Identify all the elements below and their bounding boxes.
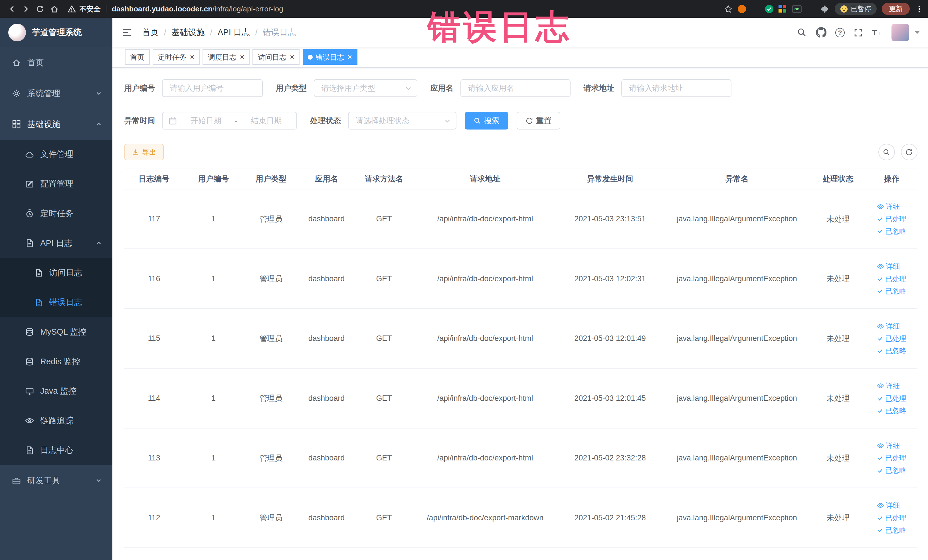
tab-access-log[interactable]: 访问日志 bbox=[252, 49, 299, 65]
processed-link[interactable]: 已处理 bbox=[877, 214, 907, 224]
user-type-select[interactable]: 请选择用户类型 bbox=[314, 79, 417, 97]
ignored-link[interactable]: 已忽略 bbox=[877, 226, 907, 236]
request-url-input[interactable] bbox=[621, 79, 731, 97]
reset-button[interactable]: 重置 bbox=[517, 112, 560, 130]
sidebar-item-infra[interactable]: 基础设施 bbox=[0, 109, 112, 140]
breadcrumb-api-log[interactable]: API 日志 bbox=[218, 27, 250, 38]
ignored-link[interactable]: 已忽略 bbox=[877, 406, 907, 415]
question-icon[interactable] bbox=[835, 28, 845, 37]
cell-log-id: 116 bbox=[124, 249, 184, 309]
sidebar-logo[interactable]: 芋道管理系统 bbox=[0, 18, 112, 47]
puzzle-extensions-icon[interactable] bbox=[821, 5, 830, 14]
chevron-down-icon bbox=[405, 85, 412, 92]
security-chip[interactable]: 不安全 bbox=[67, 4, 101, 14]
sidebar-item-label: 配置管理 bbox=[40, 178, 73, 190]
tags-bar: 首页 定时任务 调度日志 访问日志 错误日志 bbox=[112, 47, 928, 68]
sidebar-item-mysql[interactable]: MySQL 监控 bbox=[0, 317, 112, 347]
paused-pill[interactable]: 已暂停 bbox=[835, 3, 876, 15]
update-button[interactable]: 更新 bbox=[882, 3, 910, 15]
ignored-link[interactable]: 已忽略 bbox=[877, 525, 907, 535]
bookmark-star-icon[interactable] bbox=[724, 5, 733, 14]
extension-grid-icon[interactable] bbox=[778, 5, 787, 13]
breadcrumb-home[interactable]: 首页 bbox=[142, 27, 159, 38]
app-name-input[interactable] bbox=[461, 79, 571, 97]
cell-app: dashboard bbox=[299, 189, 354, 249]
table-row: 113 1 管理员 dashboard GET /api/infra/db-do… bbox=[124, 428, 917, 488]
detail-link[interactable]: 详细 bbox=[877, 500, 900, 510]
export-button[interactable]: 导出 bbox=[124, 144, 164, 160]
sidebar-item-access-log[interactable]: 访问日志 bbox=[0, 258, 112, 288]
tab-error-log[interactable]: 错误日志 bbox=[303, 49, 357, 65]
chevron-down-icon bbox=[96, 478, 102, 484]
main-panel: 首页 / 基础设施 / API 日志 / 错误日志 bbox=[112, 18, 928, 560]
search-icon[interactable] bbox=[797, 27, 807, 37]
sidebar-item-job[interactable]: 定时任务 bbox=[0, 199, 112, 229]
sidebar-item-redis[interactable]: Redis 监控 bbox=[0, 347, 112, 377]
home-icon[interactable] bbox=[47, 2, 62, 16]
sidebar-item-file[interactable]: 文件管理 bbox=[0, 140, 112, 169]
detail-link[interactable]: 详细 bbox=[877, 381, 900, 391]
avatar-caret-icon[interactable] bbox=[914, 31, 920, 34]
kebab-menu-icon[interactable] bbox=[915, 5, 923, 13]
processed-link[interactable]: 已处理 bbox=[877, 513, 907, 523]
sidebar-item-label: 日志中心 bbox=[40, 445, 73, 456]
fullscreen-icon[interactable] bbox=[853, 28, 863, 37]
font-size-icon[interactable]: TT bbox=[872, 28, 883, 37]
processed-link[interactable]: 已处理 bbox=[877, 394, 907, 403]
sidebar-item-system[interactable]: 系统管理 bbox=[0, 78, 112, 109]
ignored-link[interactable]: 已忽略 bbox=[877, 287, 907, 296]
search-toggle-icon[interactable] bbox=[878, 144, 895, 160]
back-icon[interactable] bbox=[5, 2, 19, 16]
close-icon[interactable] bbox=[190, 53, 195, 61]
check-icon bbox=[877, 216, 884, 222]
reload-icon[interactable] bbox=[33, 2, 47, 16]
eye-icon bbox=[877, 442, 884, 449]
tab-home[interactable]: 首页 bbox=[125, 49, 150, 65]
detail-link[interactable]: 详细 bbox=[877, 202, 900, 211]
forward-icon[interactable] bbox=[19, 2, 33, 16]
tab-job[interactable]: 定时任务 bbox=[153, 49, 200, 65]
extension-drop-icon[interactable] bbox=[751, 5, 760, 13]
extension-green-check-icon[interactable] bbox=[765, 5, 773, 13]
close-icon[interactable] bbox=[240, 53, 244, 61]
user-avatar[interactable] bbox=[891, 24, 909, 41]
detail-link[interactable]: 详细 bbox=[877, 322, 900, 331]
eye-icon bbox=[877, 382, 884, 389]
processed-link[interactable]: 已处理 bbox=[877, 453, 907, 463]
table-right-tools bbox=[878, 144, 917, 160]
close-icon[interactable] bbox=[348, 53, 352, 61]
extension-leaf-icon[interactable] bbox=[807, 5, 815, 13]
breadcrumb-infra[interactable]: 基础设施 bbox=[171, 27, 205, 38]
github-icon[interactable] bbox=[816, 27, 826, 38]
filter-row-2: 异常时间 开始日期 - 结束日期 处理状态 请选 bbox=[124, 112, 917, 130]
sidebar-item-config[interactable]: 配置管理 bbox=[0, 169, 112, 199]
hamburger-icon[interactable] bbox=[112, 18, 142, 47]
cell-actions: 详细 已处理 已忽略 bbox=[866, 428, 917, 488]
sidebar-item-trace[interactable]: 链路追踪 bbox=[0, 406, 112, 436]
ignored-link[interactable]: 已忽略 bbox=[877, 346, 907, 356]
sidebar-item-dev-tools[interactable]: 研发工具 bbox=[0, 465, 112, 496]
detail-link[interactable]: 详细 bbox=[877, 441, 900, 450]
sidebar-item-home[interactable]: 首页 bbox=[0, 47, 112, 78]
tab-job-log[interactable]: 调度日志 bbox=[203, 49, 250, 65]
exception-time-label: 异常时间 bbox=[124, 116, 155, 126]
extension-orange-icon[interactable] bbox=[738, 5, 746, 13]
sidebar-item-api-log[interactable]: API 日志 bbox=[0, 229, 112, 258]
processed-link[interactable]: 已处理 bbox=[877, 334, 907, 343]
processed-link[interactable]: 已处理 bbox=[877, 274, 907, 284]
paused-label: 已暂停 bbox=[851, 4, 871, 14]
close-icon[interactable] bbox=[290, 53, 295, 61]
user-id-input[interactable] bbox=[162, 79, 263, 97]
refresh-icon[interactable] bbox=[901, 144, 917, 160]
cell-actions: 详细 已处理 已忽略 bbox=[866, 249, 917, 309]
search-button[interactable]: 搜索 bbox=[465, 112, 508, 130]
sidebar-item-log-center[interactable]: 日志中心 bbox=[0, 436, 112, 465]
ignored-link[interactable]: 已忽略 bbox=[877, 465, 907, 475]
detail-link[interactable]: 详细 bbox=[877, 262, 900, 271]
address-bar[interactable]: 不安全 dashboard.yudao.iocoder.cn/infra/log… bbox=[67, 4, 723, 14]
extension-on-badge[interactable]: on bbox=[792, 5, 801, 13]
sidebar-item-error-log[interactable]: 错误日志 bbox=[0, 288, 112, 317]
sidebar-item-java[interactable]: Java 监控 bbox=[0, 376, 112, 406]
date-range-picker[interactable]: 开始日期 - 结束日期 bbox=[162, 112, 297, 130]
process-status-select[interactable]: 请选择处理状态 bbox=[348, 112, 456, 130]
